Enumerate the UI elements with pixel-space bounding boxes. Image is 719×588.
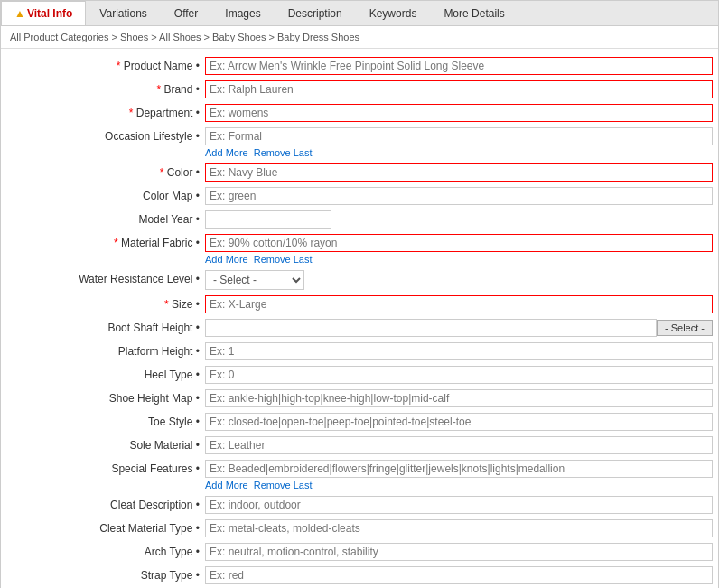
occasion-remove-last[interactable]: Remove Last: [254, 147, 313, 158]
sole-material-label: Sole Material •: [6, 436, 205, 452]
department-row: * Department •: [1, 101, 718, 125]
size-field: [205, 295, 713, 313]
arch-type-field: [205, 543, 713, 561]
strap-type-input[interactable]: [205, 566, 713, 584]
toe-style-label: Toe Style •: [6, 413, 205, 428]
cleat-material-field: [205, 519, 713, 537]
color-row: * Color •: [1, 161, 718, 184]
cleat-material-input[interactable]: [205, 519, 713, 537]
material-add-remove: Add More Remove Last: [205, 254, 713, 265]
occasion-row: Occasion Lifestyle • Add More Remove Las…: [1, 125, 718, 161]
material-add-more[interactable]: Add More: [205, 254, 248, 265]
heel-type-row: Heel Type •: [1, 363, 718, 387]
occasion-field: Add More Remove Last: [205, 127, 713, 158]
toe-style-field: [205, 413, 713, 431]
heel-type-label: Heel Type •: [6, 366, 205, 381]
water-resistance-label: Water Resistance Level •: [6, 270, 205, 285]
special-features-label: Special Features •: [6, 460, 205, 475]
tab-keywords[interactable]: Keywords: [356, 1, 431, 25]
shoe-height-row: Shoe Height Map •: [1, 387, 718, 410]
material-field: Add More Remove Last: [205, 234, 713, 265]
cleat-desc-row: Cleat Description •: [1, 493, 718, 517]
tab-variations[interactable]: Variations: [86, 1, 160, 25]
special-add-remove: Add More Remove Last: [205, 480, 713, 490]
cleat-desc-field: [205, 496, 713, 514]
water-resistance-row: Water Resistance Level • - Select -: [1, 267, 718, 293]
arch-type-input[interactable]: [205, 543, 713, 561]
arch-type-label: Arch Type •: [6, 543, 205, 558]
boot-shaft-field: - Select -: [205, 319, 713, 337]
shoe-height-field: [205, 389, 713, 407]
shoe-height-label: Shoe Height Map •: [6, 389, 205, 405]
model-year-field: [205, 210, 713, 229]
material-row: * Material Fabric • Add More Remove Last: [1, 231, 718, 267]
strap-type-row: Strap Type •: [1, 564, 718, 587]
material-remove-last[interactable]: Remove Last: [254, 254, 313, 265]
heel-type-input[interactable]: [205, 366, 713, 384]
special-remove-last[interactable]: Remove Last: [254, 480, 313, 490]
brand-row: * Brand •: [1, 78, 718, 101]
tab-offer[interactable]: Offer: [161, 1, 211, 25]
special-add-more[interactable]: Add More: [205, 480, 248, 490]
material-label: * Material Fabric •: [6, 234, 205, 249]
boot-shaft-label: Boot Shaft Height •: [6, 319, 205, 334]
special-features-field: Add More Remove Last: [205, 460, 713, 490]
special-features-row: Special Features • Add More Remove Last: [1, 457, 718, 493]
arch-type-row: Arch Type •: [1, 540, 718, 564]
model-year-row: Model Year •: [1, 208, 718, 231]
cleat-desc-input[interactable]: [205, 496, 713, 514]
water-resistance-field: - Select -: [205, 270, 713, 290]
color-map-row: Color Map •: [1, 184, 718, 208]
strap-type-label: Strap Type •: [6, 566, 205, 582]
tab-more-details[interactable]: More Details: [430, 1, 518, 25]
platform-height-input[interactable]: [205, 342, 713, 360]
sole-material-input[interactable]: [205, 436, 713, 454]
toe-style-row: Toe Style •: [1, 410, 718, 434]
platform-height-row: Platform Height •: [1, 340, 718, 363]
product-name-row: * Product Name •: [1, 54, 718, 78]
department-label: * Department •: [6, 104, 205, 119]
heel-type-field: [205, 366, 713, 384]
size-input[interactable]: [205, 295, 713, 313]
tab-description[interactable]: Description: [275, 1, 356, 25]
product-name-label: * Product Name •: [6, 57, 205, 72]
occasion-add-more[interactable]: Add More: [205, 147, 248, 158]
size-label: * Size •: [6, 295, 205, 311]
special-features-input[interactable]: [205, 460, 713, 478]
color-input[interactable]: [205, 163, 713, 182]
platform-height-field: [205, 342, 713, 360]
occasion-label: Occasion Lifestyle •: [6, 127, 205, 143]
tab-images[interactable]: Images: [211, 1, 274, 25]
tab-vital-info[interactable]: ▲Vital Info: [1, 1, 86, 25]
model-year-label: Model Year •: [6, 210, 205, 226]
strap-type-field: [205, 566, 713, 584]
boot-shaft-select-btn[interactable]: - Select -: [657, 320, 713, 336]
color-map-label: Color Map •: [6, 187, 205, 202]
product-name-input[interactable]: [205, 57, 713, 75]
brand-label: * Brand •: [6, 80, 205, 96]
color-field: [205, 163, 713, 182]
boot-shaft-input[interactable]: [205, 319, 657, 337]
toe-style-input[interactable]: [205, 413, 713, 431]
model-year-input[interactable]: [205, 210, 331, 229]
color-map-field: [205, 187, 713, 205]
size-row: * Size •: [1, 293, 718, 316]
material-input[interactable]: [205, 234, 713, 252]
department-field: [205, 104, 713, 122]
sole-material-field: [205, 436, 713, 454]
water-resistance-select[interactable]: - Select -: [205, 270, 304, 290]
brand-field: [205, 80, 713, 98]
product-name-field: [205, 57, 713, 75]
color-label: * Color •: [6, 163, 205, 179]
warning-icon: ▲: [14, 7, 25, 20]
platform-height-label: Platform Height •: [6, 342, 205, 358]
occasion-input[interactable]: [205, 127, 713, 145]
shoe-height-input[interactable]: [205, 389, 713, 407]
occasion-add-remove: Add More Remove Last: [205, 147, 713, 158]
form-container: * Product Name • * Brand • * Department …: [1, 49, 718, 588]
breadcrumb: All Product Categories > Shoes > All Sho…: [1, 26, 718, 49]
cleat-material-row: Cleat Material Type •: [1, 517, 718, 540]
brand-input[interactable]: [205, 80, 713, 98]
color-map-input[interactable]: [205, 187, 713, 205]
department-input[interactable]: [205, 104, 713, 122]
